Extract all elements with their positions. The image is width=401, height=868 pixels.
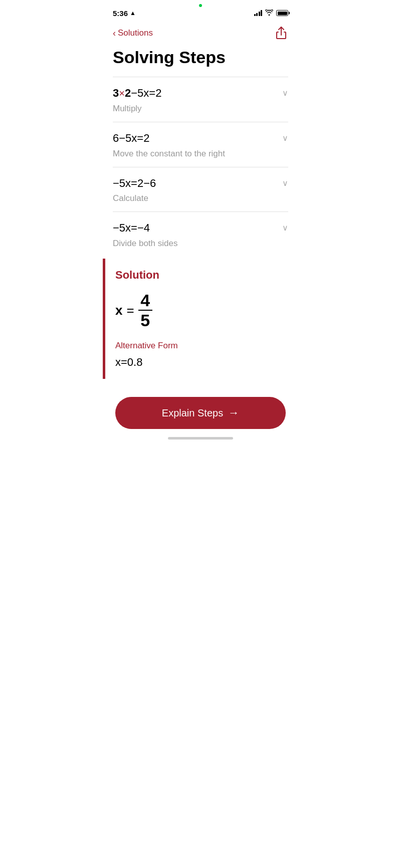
step-4-content: −5x=−4 Divide both sides (113, 221, 282, 249)
share-button[interactable] (274, 26, 288, 40)
step-1-rest: −5x (131, 87, 149, 99)
step-3-expr: −5x=2−6 (113, 177, 156, 189)
step-2-chevron: ∨ (282, 133, 288, 143)
step-1-description: Multiply (113, 104, 282, 114)
step-2-expr: 6−5x=2 (113, 132, 149, 144)
solution-fraction: 4 5 (138, 292, 152, 329)
step-1[interactable]: 3×2−5x=2 Multiply ∨ (113, 77, 288, 122)
back-button[interactable]: ‹ Solutions (113, 28, 153, 39)
step-1-equation: 3×2−5x=2 (113, 86, 282, 101)
fraction-denominator: 5 (140, 312, 150, 329)
step-4-description: Divide both sides (113, 239, 282, 249)
explain-btn-label: Explain Steps (162, 407, 223, 419)
status-time: 5:36 ▲ (113, 9, 136, 18)
step-1-eq: = (149, 87, 155, 99)
explain-steps-button[interactable]: Explain Steps → (115, 397, 286, 429)
alt-form-label: Alternative Form (115, 341, 288, 351)
time-display: 5:36 (113, 9, 128, 18)
fraction-numerator: 4 (140, 292, 150, 309)
solution-section: Solution x = 4 5 Alternative Form x=0.8 (103, 259, 298, 379)
step-4[interactable]: −5x=−4 Divide both sides ∨ (113, 211, 288, 257)
step-1-val: 2 (155, 87, 161, 99)
solution-equation: x = 4 5 (115, 292, 288, 329)
solution-variable: x (115, 303, 122, 318)
times-icon: × (119, 88, 125, 99)
signal-icon (254, 10, 263, 16)
step-1-content: 3×2−5x=2 Multiply (113, 86, 282, 114)
step-4-expr: −5x=−4 (113, 222, 150, 234)
step-2-description: Move the constant to the right (113, 149, 282, 159)
active-indicator (199, 4, 202, 7)
location-icon: ▲ (130, 10, 136, 17)
status-icons (254, 10, 289, 17)
steps-container: 3×2−5x=2 Multiply ∨ 6−5x=2 Move the cons… (103, 77, 298, 256)
step-3-description: Calculate (113, 193, 282, 203)
step-2[interactable]: 6−5x=2 Move the constant to the right ∨ (113, 122, 288, 167)
alt-form-x: x (115, 356, 121, 368)
step-2-content: 6−5x=2 Move the constant to the right (113, 131, 282, 159)
solution-equals: = (126, 303, 134, 318)
step-3-chevron: ∨ (282, 178, 288, 188)
step-1-num: 2 (125, 87, 131, 99)
solution-label: Solution (115, 269, 288, 282)
explain-btn-arrow: → (228, 406, 239, 419)
alt-form-equation: x=0.8 (115, 356, 288, 369)
step-2-equation: 6−5x=2 (113, 131, 282, 146)
step-3[interactable]: −5x=2−6 Calculate ∨ (113, 167, 288, 212)
alt-form-equals: = (121, 356, 127, 368)
step-3-content: −5x=2−6 Calculate (113, 176, 282, 204)
alt-form-value: 0.8 (127, 356, 143, 368)
page-title: Solving Steps (103, 46, 298, 77)
bottom-section: Explain Steps → (103, 379, 298, 429)
home-indicator (168, 437, 233, 440)
back-label: Solutions (118, 28, 153, 38)
step-1-bold: 3 (113, 87, 119, 99)
nav-bar: ‹ Solutions (103, 22, 298, 46)
step-1-chevron: ∨ (282, 88, 288, 98)
status-bar: 5:36 ▲ (103, 0, 298, 22)
step-4-equation: −5x=−4 (113, 221, 282, 236)
battery-icon (276, 10, 288, 16)
chevron-left-icon: ‹ (113, 28, 116, 39)
wifi-icon (265, 10, 273, 17)
step-3-equation: −5x=2−6 (113, 176, 282, 191)
step-4-chevron: ∨ (282, 223, 288, 233)
